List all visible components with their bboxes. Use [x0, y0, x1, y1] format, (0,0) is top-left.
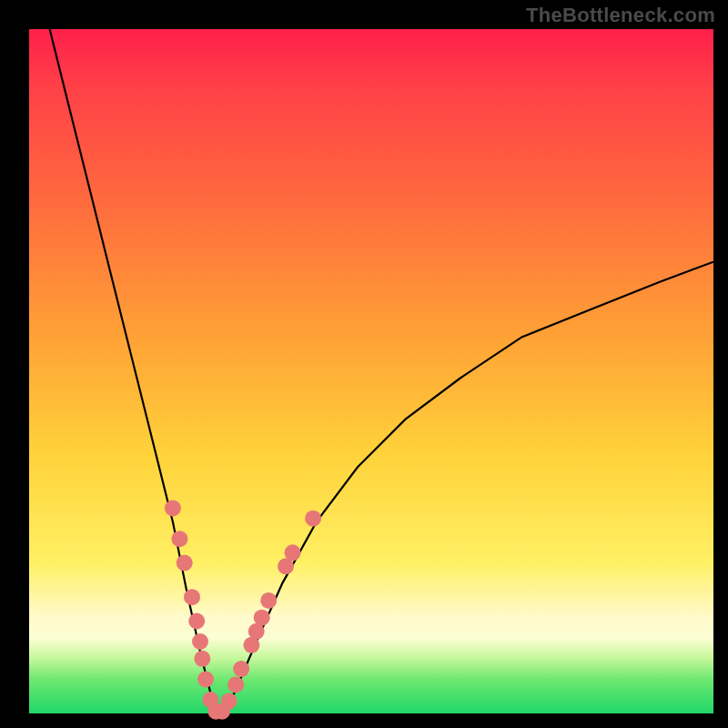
watermark-text: TheBottleneck.com — [526, 4, 715, 27]
data-point-marker — [228, 676, 244, 693]
data-point-marker — [188, 613, 205, 630]
data-point-marker — [165, 500, 181, 516]
bottleneck-curve — [29, 29, 713, 713]
data-point-marker — [285, 544, 301, 561]
data-point-marker — [171, 531, 187, 547]
data-point-marker — [177, 555, 193, 571]
data-point-marker — [184, 589, 200, 605]
chart-frame: TheBottleneck.com — [0, 0, 728, 728]
data-point-marker — [194, 651, 210, 667]
data-point-marker — [260, 592, 277, 609]
data-point-marker — [192, 633, 208, 650]
data-point-marker — [254, 610, 270, 626]
data-point-marker — [305, 511, 321, 527]
data-point-marker — [221, 693, 238, 710]
data-point-marker — [197, 671, 214, 687]
data-point-marker — [233, 661, 249, 677]
plot-area — [29, 29, 713, 713]
